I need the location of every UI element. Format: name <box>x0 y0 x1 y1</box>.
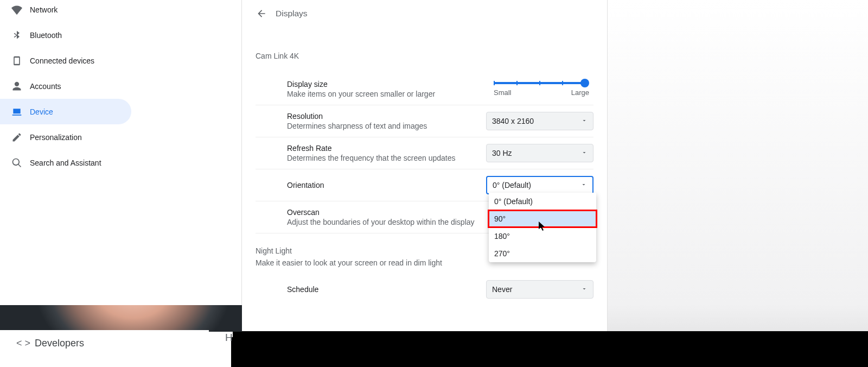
orientation-dropdown[interactable]: 0° (Default) <box>486 176 593 194</box>
developers-bar[interactable]: < > Developers <box>0 330 209 356</box>
laptop-icon <box>11 106 30 117</box>
display-size-slider[interactable]: Small Large <box>494 82 593 97</box>
display-size-title: Display size <box>287 80 483 88</box>
chevron-down-icon <box>581 149 588 157</box>
sidebar-item-bluetooth[interactable]: Bluetooth <box>0 22 241 48</box>
resolution-dropdown[interactable]: 3840 x 2160 <box>486 112 593 130</box>
refresh-title: Refresh Rate <box>287 144 475 153</box>
orientation-option-0[interactable]: 0° (Default) <box>489 193 596 210</box>
sidebar-label: Connected devices <box>30 56 94 65</box>
sidebar-item-personalization[interactable]: Personalization <box>0 124 241 150</box>
schedule-title: Schedule <box>287 285 475 294</box>
orientation-option-90[interactable]: 90° <box>489 210 596 227</box>
chevron-down-icon <box>580 181 587 189</box>
refresh-sub: Determines the frequency that the screen… <box>287 154 475 162</box>
sidebar-label: Device <box>30 107 53 116</box>
resolution-sub: Determines sharpness of text and images <box>287 122 475 130</box>
sidebar-item-device[interactable]: Device <box>0 99 131 124</box>
sidebar-item-network[interactable]: Network <box>0 0 241 22</box>
sidebar-label: Accounts <box>30 82 61 91</box>
search-icon <box>11 157 30 168</box>
slider-small-label: Small <box>494 88 512 97</box>
slider-thumb[interactable] <box>580 79 589 87</box>
orientation-title: Orientation <box>287 181 475 189</box>
display-size-sub: Make items on your screen smaller or lar… <box>287 90 483 98</box>
chevron-down-icon <box>581 117 588 125</box>
sidebar-label: Search and Assistant <box>30 159 101 167</box>
bluetooth-icon <box>11 30 30 41</box>
sidebar-item-accounts[interactable]: Accounts <box>0 73 241 99</box>
page-header: Displays <box>242 0 607 27</box>
webcam-overlay <box>0 305 242 332</box>
bottom-black-bar <box>231 331 868 367</box>
orientation-dropdown-list[interactable]: 0° (Default) 90° 180° 270° <box>489 193 596 262</box>
resolution-value: 3840 x 2160 <box>492 117 534 125</box>
truncated-text: H <box>225 332 233 337</box>
sidebar-label: Network <box>30 5 58 14</box>
resolution-title: Resolution <box>287 112 475 121</box>
arrow-left-icon <box>256 8 267 19</box>
chevron-down-icon <box>581 285 588 294</box>
settings-main-pane: Displays Cam Link 4K Display size Make i… <box>241 0 608 331</box>
back-button[interactable] <box>254 6 269 21</box>
orientation-option-180[interactable]: 180° <box>489 227 596 245</box>
orientation-option-270[interactable]: 270° <box>489 245 596 262</box>
row-schedule: Schedule Never <box>256 274 593 305</box>
refresh-value: 30 Hz <box>492 149 512 157</box>
wifi-icon <box>11 4 30 15</box>
person-icon <box>11 81 30 92</box>
pencil-icon <box>11 132 30 143</box>
code-icon: < > <box>16 338 35 349</box>
sidebar-item-connected-devices[interactable]: Connected devices <box>0 48 241 73</box>
settings-sidebar: Network Bluetooth Connected devices Acco… <box>0 0 241 306</box>
row-display-size: Display size Make items on your screen s… <box>256 73 593 105</box>
right-empty-area <box>608 0 868 331</box>
schedule-value: Never <box>492 285 512 294</box>
sidebar-label: Personalization <box>30 133 82 142</box>
page-title: Displays <box>276 9 308 18</box>
display-name: Cam Link 4K <box>256 52 593 60</box>
sidebar-label: Bluetooth <box>30 31 62 40</box>
sidebar-item-search-assistant[interactable]: Search and Assistant <box>0 150 241 175</box>
orientation-value: 0° (Default) <box>493 181 531 189</box>
schedule-dropdown[interactable]: Never <box>486 280 593 299</box>
developers-label: Developers <box>35 338 84 349</box>
refresh-dropdown[interactable]: 30 Hz <box>486 144 593 162</box>
slider-large-label: Large <box>571 88 589 97</box>
row-refresh-rate: Refresh Rate Determines the frequency th… <box>256 137 593 169</box>
phone-icon <box>11 55 30 66</box>
row-resolution: Resolution Determines sharpness of text … <box>256 105 593 137</box>
